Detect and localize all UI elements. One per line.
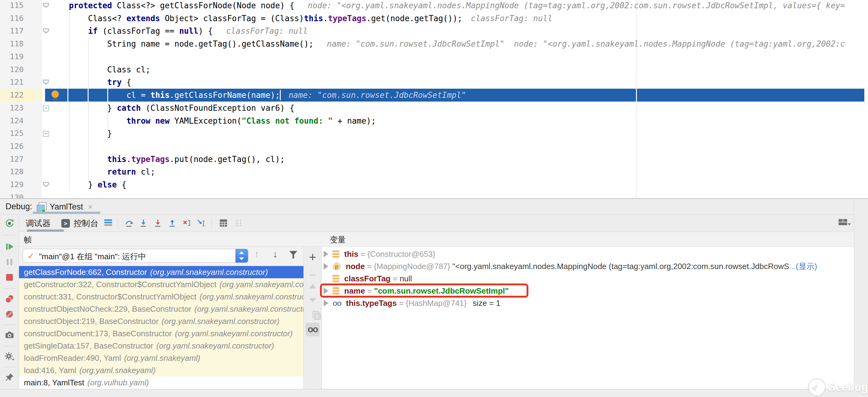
pin-tab-icon[interactable] xyxy=(5,372,14,382)
editor-line-124[interactable]: 124 throw new YAMLException("Class not f… xyxy=(0,114,868,127)
line-number[interactable]: 119 xyxy=(0,50,42,63)
combobox-spinner[interactable] xyxy=(236,249,248,263)
thread-combobox[interactable]: ✓ "main"@1 在组 "main": 运行中 xyxy=(23,249,248,263)
add-watch-icon[interactable]: + xyxy=(304,251,321,263)
editor-line-127[interactable]: 127 this.typeTags.put(node.getTag(), cl)… xyxy=(0,153,868,166)
frame-row[interactable]: constructObject:219, BaseConstructor(org… xyxy=(19,315,304,328)
frame-row[interactable]: load:416, Yaml(org.yaml.snakeyaml) xyxy=(19,364,304,376)
move-watch-down-icon[interactable] xyxy=(304,298,321,304)
line-number[interactable]: 130 xyxy=(0,191,42,198)
watermark-logo-icon xyxy=(808,378,826,396)
editor-line-122[interactable]: 122 cl = this.getClassForName(name);name… xyxy=(0,89,868,102)
resume-icon[interactable] xyxy=(5,242,14,252)
mute-breakpoints-icon[interactable] xyxy=(5,309,14,319)
fold-marker-icon[interactable] xyxy=(42,0,50,12)
rerun-icon[interactable] xyxy=(5,219,14,228)
editor-line-117[interactable]: 117 if (classForTag == null) { classForT… xyxy=(0,25,868,37)
show-watches-icon[interactable]: oo xyxy=(304,324,321,334)
session-tab-label: YamlTest xyxy=(50,202,83,212)
editor-line-121[interactable]: 121 try { xyxy=(0,76,868,89)
line-number[interactable]: 115 xyxy=(0,0,42,12)
editor-line-116[interactable]: 116 Class<? extends Object> classForTag … xyxy=(0,12,868,25)
editor-line-130[interactable]: 130 xyxy=(0,191,868,198)
editor-line-123[interactable]: 123 } catch (ClassNotFoundException var6… xyxy=(0,102,868,114)
editor-line-125[interactable]: 125 } xyxy=(0,127,868,140)
line-number[interactable]: 116 xyxy=(0,12,42,25)
line-number[interactable]: 126 xyxy=(0,140,42,153)
step-over-icon[interactable] xyxy=(124,219,134,228)
tab-debugger[interactable]: 调试器 xyxy=(26,215,51,232)
thread-dump-camera-icon[interactable] xyxy=(5,330,14,340)
editor-line-118[interactable]: 118 String name = node.getTag().getClass… xyxy=(0,37,868,50)
fold-marker-icon[interactable] xyxy=(42,178,50,191)
variable-row-this[interactable]: this = {Constructor@653} xyxy=(322,248,854,260)
close-tab-icon[interactable]: × xyxy=(88,202,93,212)
frame-row[interactable]: main:8, YamlTest(org.vulhub.yaml) xyxy=(19,376,304,389)
line-number[interactable]: 120 xyxy=(0,63,42,76)
variable-name: this xyxy=(344,248,358,260)
fold-marker-icon[interactable] xyxy=(42,25,50,37)
remove-watch-icon[interactable]: − xyxy=(304,269,321,281)
line-number[interactable]: 128 xyxy=(0,165,42,178)
editor-line-119[interactable]: 119 xyxy=(0,50,868,63)
fold-marker-icon[interactable] xyxy=(42,102,50,114)
evaluate-expression-icon[interactable] xyxy=(219,219,228,228)
editor-line-126[interactable]: 126 xyxy=(0,140,868,153)
line-number[interactable]: 123 xyxy=(0,102,42,114)
expand-arrow-icon[interactable] xyxy=(324,300,328,307)
step-into-icon[interactable] xyxy=(139,219,148,228)
drop-frame-icon[interactable] xyxy=(182,219,191,228)
expand-arrow-icon[interactable] xyxy=(324,263,328,270)
variable-row-classForTag[interactable]: classForTag = null xyxy=(322,273,854,285)
force-step-into-icon[interactable] xyxy=(153,219,162,228)
line-number[interactable]: 125 xyxy=(0,127,42,140)
view-breakpoints-icon[interactable] xyxy=(5,294,14,304)
variable-value-str: "<org.yaml.snakeyaml.nodes.MappingNode (… xyxy=(453,260,789,273)
line-number[interactable]: 122 xyxy=(0,89,42,102)
line-number[interactable]: 124 xyxy=(0,114,42,127)
stop-icon[interactable] xyxy=(5,273,14,282)
editor-line-129[interactable]: 129 } else { xyxy=(0,178,868,191)
variables-list[interactable]: this = {Constructor@653}pnode = {Mapping… xyxy=(322,247,854,389)
frame-method: getClassForNode:662, Constructor xyxy=(24,267,147,277)
frame-row[interactable]: construct:331, Constructor$ConstructYaml… xyxy=(19,290,304,303)
frame-up-icon[interactable]: ↑ xyxy=(254,249,259,260)
hide-frames-filter-icon[interactable] xyxy=(289,251,297,259)
frame-row[interactable]: getClassForNode:662, Constructor(org.yam… xyxy=(19,266,304,278)
variable-value-link[interactable]: (显示) xyxy=(796,260,817,273)
debugger-settings-gear-icon[interactable] xyxy=(5,351,14,361)
frame-row[interactable]: getConstructor:322, Constructor$Construc… xyxy=(19,278,304,290)
line-number[interactable]: 118 xyxy=(0,37,42,50)
line-number[interactable]: 129 xyxy=(0,178,42,191)
frame-row[interactable]: constructObjectNoCheck:229, BaseConstruc… xyxy=(19,303,304,315)
code-editor[interactable]: 115 protected Class<?> getClassForNode(N… xyxy=(0,0,868,198)
frame-down-icon[interactable]: ↓ xyxy=(273,249,278,260)
editor-line-128[interactable]: 128 return cl; xyxy=(0,165,868,178)
frame-method: constructObject:219, BaseConstructor xyxy=(24,317,158,326)
frame-row[interactable]: getSingleData:157, BaseConstructor(org.y… xyxy=(19,340,304,352)
frame-row[interactable]: loadFromReader:490, Yaml(org.yaml.snakey… xyxy=(19,352,304,364)
frame-package: (org.yaml.snakeyaml.constructor) xyxy=(219,280,304,289)
frame-row[interactable]: constructDocument:173, BaseConstructor(o… xyxy=(19,328,304,340)
layout-options-icon[interactable] xyxy=(104,219,114,228)
editor-line-115[interactable]: 115 protected Class<?> getClassForNode(N… xyxy=(0,0,868,12)
line-number[interactable]: 121 xyxy=(0,76,42,89)
line-number[interactable]: 117 xyxy=(0,25,42,37)
pause-icon[interactable] xyxy=(5,257,14,267)
restore-layout-icon[interactable] xyxy=(839,219,851,228)
editor-line-120[interactable]: 120 Class cl; xyxy=(0,63,868,76)
run-to-cursor-icon[interactable] xyxy=(196,219,206,228)
tab-debugger-underline xyxy=(27,229,64,232)
expand-arrow-icon[interactable] xyxy=(324,251,328,257)
fold-marker-icon[interactable] xyxy=(42,76,50,89)
variable-row-node[interactable]: pnode = {MappingNode@787} "<org.yaml.sna… xyxy=(322,260,854,273)
tab-console-label: 控制台 xyxy=(73,218,98,229)
move-watch-up-icon[interactable] xyxy=(304,284,321,290)
fold-marker-icon[interactable] xyxy=(42,127,50,140)
step-out-icon[interactable] xyxy=(168,219,177,228)
variable-row-this-typeTags[interactable]: oothis.typeTags = {HashMap@741}size = 1 xyxy=(322,297,854,309)
line-number[interactable]: 127 xyxy=(0,153,42,166)
tab-console[interactable]: > 控制台 xyxy=(61,215,98,232)
frames-list[interactable]: getClassForNode:662, Constructor(org.yam… xyxy=(19,266,304,389)
trace-streams-icon[interactable] xyxy=(234,219,243,228)
